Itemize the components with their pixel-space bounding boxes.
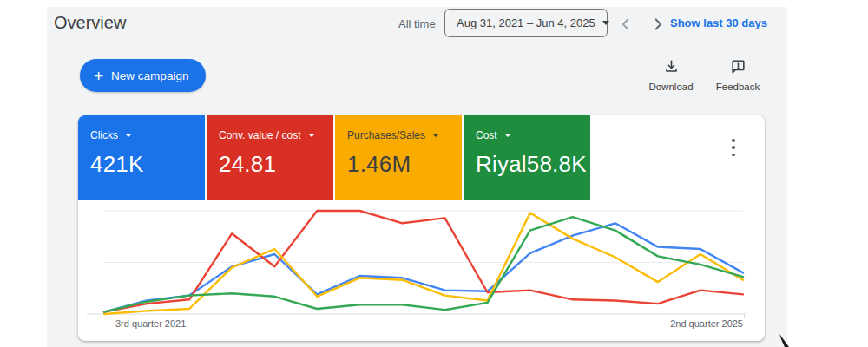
- date-range-dropdown[interactable]: Aug 31, 2021 – Jun 4, 2025: [444, 9, 608, 37]
- feedback-button[interactable]: Feedback: [710, 58, 766, 92]
- caret-down-icon: [602, 21, 609, 25]
- caret-down-icon: [504, 134, 511, 137]
- scorecard-purchases-label: Purchases/Sales: [347, 129, 425, 141]
- scorecard-cost-label: Cost: [476, 129, 497, 141]
- chevron-right-icon: [648, 15, 667, 34]
- scorecard-conv-value: 24.81: [219, 151, 333, 178]
- scorecard-conv-value-cost[interactable]: Conv. value / cost 24.81: [207, 115, 333, 200]
- show-last-30-days-link[interactable]: Show last 30 days: [670, 16, 767, 29]
- x-axis-label-start: 3rd quarter 2021: [115, 318, 186, 329]
- download-label: Download: [643, 82, 699, 92]
- plus-icon: +: [94, 68, 103, 84]
- overflow-dot: [732, 146, 735, 149]
- scorecard-clicks[interactable]: Clicks 421K: [78, 115, 205, 200]
- feedback-icon: [730, 58, 746, 75]
- overflow-dot: [732, 154, 735, 157]
- date-range-value: Aug 31, 2021 – Jun 4, 2025: [457, 16, 595, 29]
- caret-down-icon: [432, 134, 439, 137]
- scorecard-row: Clicks 421K Conv. value / cost 24.81 Pur…: [78, 115, 765, 200]
- caret-down-icon: [125, 134, 132, 137]
- time-scope-label: All time: [398, 17, 436, 30]
- page-title: Overview: [54, 13, 126, 33]
- trend-line-chart[interactable]: [78, 200, 765, 322]
- chevron-left-icon: [616, 15, 635, 34]
- scorecard-clicks-label: Clicks: [90, 129, 118, 141]
- scorecard-cost-value: Riyal58.8K: [476, 151, 590, 178]
- scorecard-purchases-value: 1.46M: [347, 151, 462, 178]
- card-overflow-menu-button[interactable]: [727, 138, 740, 157]
- x-axis-label-end: 2nd quarter 2025: [670, 318, 743, 329]
- scorecard-conv-label: Conv. value / cost: [219, 129, 301, 141]
- scorecard-clicks-value: 421K: [90, 151, 205, 178]
- previous-period-button[interactable]: [616, 15, 635, 34]
- download-button[interactable]: Download: [643, 58, 699, 92]
- scorecard-purchases-sales[interactable]: Purchases/Sales 1.46M: [335, 115, 462, 200]
- download-icon: [663, 58, 680, 75]
- overflow-dot: [732, 139, 735, 142]
- overview-chart-card: Clicks 421K Conv. value / cost 24.81 Pur…: [78, 115, 765, 341]
- new-campaign-label: New campaign: [111, 69, 188, 82]
- next-period-button[interactable]: [648, 15, 667, 34]
- ads-overview-page: Overview All time Aug 31, 2021 – Jun 4, …: [0, 0, 868, 347]
- feedback-label: Feedback: [710, 82, 766, 92]
- caret-down-icon: [308, 134, 315, 137]
- scorecard-cost[interactable]: Cost Riyal58.8K: [464, 115, 590, 200]
- new-campaign-button[interactable]: + New campaign: [80, 59, 206, 92]
